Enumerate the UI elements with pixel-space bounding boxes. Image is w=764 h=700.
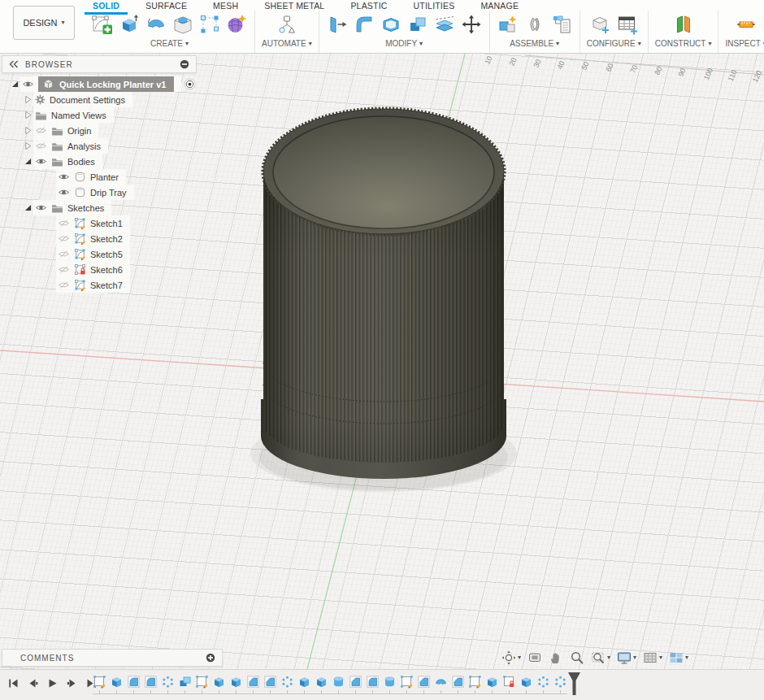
planter-model[interactable] — [250, 108, 517, 492]
row-label[interactable]: Quick Locking Planter v1 — [59, 80, 166, 89]
timeline-step-back-button[interactable] — [28, 678, 38, 690]
timeline-feature-3-fillet[interactable] — [127, 675, 141, 689]
visibility-eye-off-icon[interactable] — [58, 280, 70, 289]
activate-component-radio[interactable] — [184, 78, 196, 90]
fit-button[interactable]: ▾ — [590, 650, 611, 666]
move-button[interactable] — [460, 13, 483, 36]
timeline-feature-9-extrude[interactable] — [229, 675, 243, 689]
expander-closed-icon[interactable] — [23, 126, 33, 135]
row-label[interactable]: Sketch1 — [90, 219, 123, 228]
browser-row-sketches[interactable]: Sketches — [2, 200, 197, 215]
extrude-button[interactable] — [118, 13, 141, 36]
selected-row-highlight[interactable]: Quick Locking Planter v1 — [38, 76, 174, 92]
create-menu-button[interactable]: CREATE▾ — [150, 39, 189, 48]
visibility-eye-off-icon[interactable] — [35, 126, 47, 135]
construct-menu-button[interactable]: CONSTRUCT▾ — [655, 39, 712, 48]
row-label[interactable]: Sketches — [67, 203, 104, 213]
collapse-panel-icon[interactable] — [9, 60, 19, 68]
design-menu-button[interactable]: DESIGN ▾ — [13, 6, 75, 40]
expander-open-icon[interactable] — [23, 204, 33, 211]
browser-row-sketch6[interactable]: Sketch6 — [2, 262, 197, 277]
panel-minimize-icon[interactable] — [180, 59, 189, 69]
timeline-feature-22-chamfer[interactable] — [451, 675, 465, 689]
row-label[interactable]: Sketch5 — [90, 250, 123, 259]
expander-open-icon[interactable] — [23, 158, 33, 165]
visibility-eye-on-icon[interactable] — [58, 172, 70, 181]
3d-viewport[interactable]: 102030405060708090100110120 BROWSER Quic… — [0, 54, 764, 669]
timeline-feature-10-chamfer[interactable] — [246, 675, 260, 689]
timeline-feature-18-cylinder[interactable] — [383, 675, 397, 689]
bom-button[interactable] — [550, 13, 573, 36]
grid-settings-button[interactable]: ▾ — [642, 650, 663, 666]
modify-menu-button[interactable]: MODIFY▾ — [385, 39, 423, 48]
new-component-button[interactable] — [497, 13, 519, 36]
timeline-feature-11-chamfer[interactable] — [263, 675, 277, 689]
inspect-menu-button[interactable]: INSPECT▾ — [725, 39, 764, 48]
browser-row-analysis[interactable]: Analysis — [2, 138, 197, 154]
timeline-feature-6-combine[interactable] — [178, 675, 192, 689]
browser-row-sketch1[interactable]: Sketch1 — [2, 215, 197, 231]
browser-row-sketch5[interactable]: Sketch5 — [2, 246, 197, 262]
shell-button[interactable] — [380, 13, 402, 36]
timeline-feature-21-revolve[interactable] — [434, 675, 448, 689]
pan-button[interactable] — [548, 650, 564, 666]
timeline-feature-26-extrude[interactable] — [519, 675, 533, 689]
browser-row-sketch7[interactable]: Sketch7 — [2, 277, 197, 293]
fillet-button[interactable] — [353, 13, 375, 36]
timeline-feature-19-sketch[interactable] — [400, 675, 414, 689]
visibility-eye-on-icon[interactable] — [35, 157, 47, 166]
automate-button[interactable] — [276, 13, 298, 36]
panel-expand-icon[interactable] — [206, 653, 215, 663]
orbit-button[interactable]: ▾ — [501, 650, 522, 666]
timeline-feature-13-extrude[interactable] — [297, 675, 311, 689]
joint-button[interactable] — [523, 13, 546, 36]
browser-row-sketch2[interactable]: Sketch2 — [2, 231, 197, 246]
timeline-feature-1-sketch[interactable] — [93, 675, 106, 689]
expander-open-icon[interactable] — [10, 80, 20, 88]
browser-row-quick-locking-planter-v1[interactable]: Quick Locking Planter v1 — [2, 76, 197, 92]
browser-row-bodies[interactable]: Bodies — [2, 154, 197, 169]
row-label[interactable]: Analysis — [67, 141, 101, 151]
timeline-feature-28-circular-pattern[interactable] — [553, 675, 567, 689]
timeline-feature-20-chamfer[interactable] — [417, 675, 431, 689]
browser-header[interactable]: BROWSER — [2, 55, 197, 73]
construct-plane-button[interactable] — [672, 13, 695, 36]
timeline-feature-12-circular-pattern[interactable] — [280, 675, 294, 689]
row-label[interactable]: Bodies — [67, 157, 95, 167]
timeline-step-forward-button[interactable] — [67, 678, 77, 690]
project-button[interactable] — [198, 13, 221, 36]
split-button[interactable] — [433, 13, 456, 36]
timeline-feature-5-circular-pattern[interactable] — [161, 675, 175, 689]
row-label[interactable]: Sketch7 — [90, 280, 123, 290]
visibility-eye-on-icon[interactable] — [58, 188, 70, 197]
timeline-feature-2-extrude[interactable] — [110, 675, 124, 689]
row-label[interactable]: Drip Tray — [90, 188, 127, 198]
timeline-feature-23-sketch[interactable] — [468, 675, 482, 689]
timeline-feature-8-extrude[interactable] — [212, 675, 226, 689]
create-sketch-button[interactable] — [91, 13, 114, 36]
timeline-feature-27-circular-pattern[interactable] — [536, 675, 550, 689]
visibility-eye-off-icon[interactable] — [58, 250, 70, 259]
timeline-feature-25-sketch-locked[interactable] — [502, 675, 516, 689]
configuration-button[interactable] — [589, 13, 612, 36]
configure-menu-button[interactable]: CONFIGURE▾ — [587, 39, 641, 48]
timeline-feature-14-extrude[interactable] — [315, 675, 328, 689]
look-at-button[interactable] — [527, 650, 543, 666]
expander-closed-icon[interactable] — [23, 111, 33, 120]
assemble-menu-button[interactable]: ASSEMBLE▾ — [510, 39, 559, 48]
revolve-button[interactable] — [145, 13, 167, 36]
visibility-eye-on-icon[interactable] — [22, 80, 34, 89]
press-pull-button[interactable] — [326, 13, 349, 36]
timeline-skip-start-button[interactable] — [8, 678, 19, 690]
measure-button[interactable] — [735, 13, 757, 36]
combine-button[interactable] — [406, 13, 429, 36]
timeline-play-button[interactable] — [47, 678, 58, 690]
timeline-feature-4-fillet[interactable] — [144, 675, 158, 689]
timeline-feature-17-fillet[interactable] — [366, 675, 380, 689]
comments-bar[interactable]: COMMENTS — [2, 649, 223, 667]
row-label[interactable]: Document Settings — [50, 95, 125, 105]
timeline-feature-7-sketch[interactable] — [195, 675, 209, 689]
timeline-feature-15-cylinder[interactable] — [332, 675, 345, 689]
visibility-eye-off-icon[interactable] — [58, 265, 70, 274]
row-label[interactable]: Planter — [90, 172, 119, 182]
